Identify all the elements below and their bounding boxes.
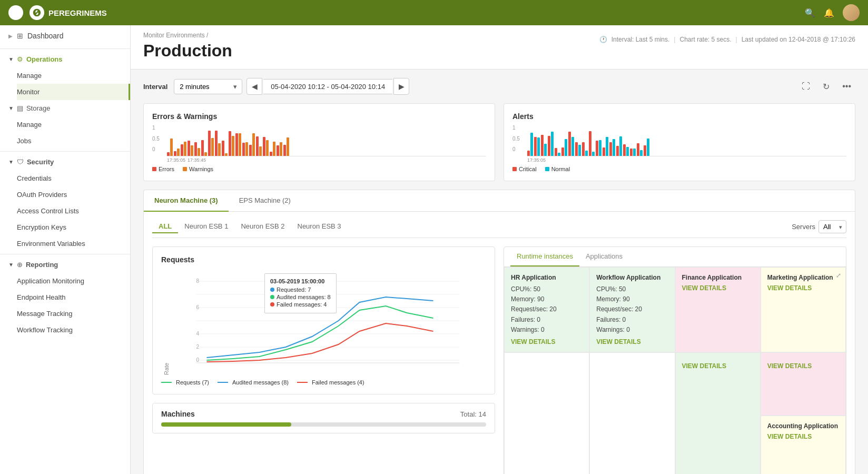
bar-group-14 [623,144,629,156]
svg-rect-1 [11,12,21,13]
bar-group-7 [575,142,581,156]
left-panel: Requests Rate 03-05-2019 15:00:00 [152,246,495,474]
app-card-marketing2: VIEW DETAILS [761,352,846,416]
bar-1-1 [177,149,180,156]
bar-group-11 [242,142,248,156]
bar-group-5 [561,139,567,156]
sidebar-item-storage-manage[interactable]: Manage [17,116,130,133]
bar-1-14 [266,140,269,156]
bar-group-11 [603,137,608,156]
bar-group-8 [222,141,228,156]
workflow-view-details[interactable]: VIEW DETAILS [596,338,668,345]
message-tracking-label: Message Tracking [17,310,73,318]
bar-0-11 [603,147,605,156]
errors-chart-area: 10.50 17:35:05 17:35:45 [152,125,486,163]
errors-x-axis: 17:35:05 17:35:45 [167,157,486,163]
marketing-view-details[interactable]: VIEW DETAILS [767,284,839,292]
logo-text: PEREGRINEMS [48,8,107,17]
breadcrumb-link[interactable]: Monitor Environments / [143,32,208,39]
bar-0-13 [616,146,619,156]
app-card-finance: Finance Application VIEW DETAILS [675,267,761,352]
sidebar-item-message-tracking[interactable]: Message Tracking [17,305,130,322]
normal-dot [545,167,549,171]
sidebar-item-workflow-tracking[interactable]: Workflow Tracking [17,322,130,338]
bell-icon[interactable]: 🔔 [824,8,834,18]
sidebar-item-endpoint-health[interactable]: Endpoint Health [17,289,130,305]
hamburger-menu[interactable] [8,5,23,20]
servers-select[interactable]: All [818,220,846,233]
chart-svg-container: 03-05-2019 15:00:00 Requested: 7 [170,268,486,375]
more-options-button[interactable]: ••• [838,80,855,93]
bar-group-3 [548,132,554,156]
accounting-view-details[interactable]: VIEW DETAILS [767,433,839,440]
sidebar-item-storage[interactable]: ▼ ▤ Storage [0,100,130,116]
date-next-button[interactable]: ▶ [393,78,409,95]
finance-view-details[interactable]: VIEW DETAILS [682,284,754,292]
sidebar-item-encryption[interactable]: Encryption Keys [17,219,130,235]
svg-rect-0 [11,9,21,11]
hr-view-details[interactable]: VIEW DETAILS [511,338,583,345]
expand-icon[interactable]: ⤢ [836,272,841,279]
sub-tab-esb1[interactable]: Neuron ESB 1 [178,220,234,233]
fullscreen-button[interactable]: ⛶ [797,80,814,93]
critical-label: Critical [519,166,537,172]
breadcrumb: Monitor Environments / [143,32,232,39]
normal-label: Normal [551,166,570,172]
finance2-view-details[interactable]: VIEW DETAILS [682,362,754,370]
sidebar-item-oauth[interactable]: OAuth Providers [17,186,130,203]
user-avatar[interactable] [843,4,860,21]
date-prev-button[interactable]: ◀ [246,78,262,95]
collapse-arrow-storage: ▼ [8,105,14,111]
bar-group-15 [270,142,275,156]
sidebar: ▶ ⊞ Dashboard ▼ ⚙ Operations Manage Moni… [0,25,131,474]
sidebar-item-monitor[interactable]: Monitor [17,84,130,100]
refresh-button[interactable]: ↻ [818,80,834,94]
tab-applications[interactable]: Applications [579,247,629,266]
legend-audited: Audited messages (8) [218,379,289,386]
tooltip-label-audited: Audited messages: 8 [277,294,331,300]
sub-tab-esb2[interactable]: Neuron ESB 2 [234,220,291,233]
alerts-chart-area: 10.50 17:35:05 [512,125,846,163]
bar-1-13 [619,136,622,156]
svg-text:8: 8 [196,278,200,284]
bar-group-7 [215,131,221,156]
bar-1-11 [245,142,248,156]
app-card-empty2 [589,352,675,474]
logo: PEREGRINEMS [29,5,107,20]
marketing2-view-details[interactable]: VIEW DETAILS [767,362,839,370]
app-body: ▶ ⊞ Dashboard ▼ ⚙ Operations Manage Moni… [0,25,868,474]
app-panel-tabs: Runtime instances Applications [504,247,846,267]
legend-line-audited [218,382,228,383]
bar-1-2 [544,144,547,156]
interval-label: Interval [143,83,167,91]
workflow-app-title: Workflow Application [596,274,668,281]
bar-1-15 [273,142,275,156]
sub-tab-esb3[interactable]: Neuron ESB 3 [291,220,348,233]
sidebar-item-security[interactable]: ▼ 🛡 Security [0,154,130,170]
alerts-bars [527,125,846,156]
sidebar-item-manage[interactable]: Manage [17,67,130,84]
sub-tab-all[interactable]: ALL [152,220,178,233]
machines-total: Total: 14 [460,410,486,418]
sidebar-item-credentials[interactable]: Credentials [17,170,130,186]
tab-eps-machine[interactable]: EPS Machine (2) [229,190,301,212]
sidebar-item-jobs[interactable]: Jobs [17,133,130,149]
bar-1-9 [232,136,234,156]
dashboard-icon: ⊞ [17,32,23,40]
clock-icon: 🕐 [599,36,607,43]
sidebar-item-reporting[interactable]: ▼ ⊕ Reporting [0,256,130,273]
sidebar-item-acl[interactable]: Access Control Lists [17,203,130,219]
sidebar-item-app-monitoring[interactable]: Application Monitoring [17,273,130,289]
operations-children: Manage Monitor [0,67,130,100]
interval-select[interactable]: 2 minutes 5 minutes 10 minutes [174,79,242,94]
sidebar-item-dashboard[interactable]: ▶ ⊞ Dashboard [0,25,130,46]
tooltip-label-failed: Failed messages: 4 [277,301,327,308]
tab-neuron-machine[interactable]: Neuron Machine (3) [144,190,229,212]
sidebar-item-operations[interactable]: ▼ ⚙ Operations [0,51,130,67]
search-icon[interactable]: 🔍 [805,8,815,18]
requests-chart-inner: Rate 03-05-2019 15:00:00 Requested: 7 [161,268,486,375]
sidebar-item-env-vars[interactable]: Environment Variables [17,235,130,252]
bar-group-5 [201,140,207,156]
bar-0-16 [637,143,639,156]
tab-runtime-instances[interactable]: Runtime instances [510,247,579,266]
